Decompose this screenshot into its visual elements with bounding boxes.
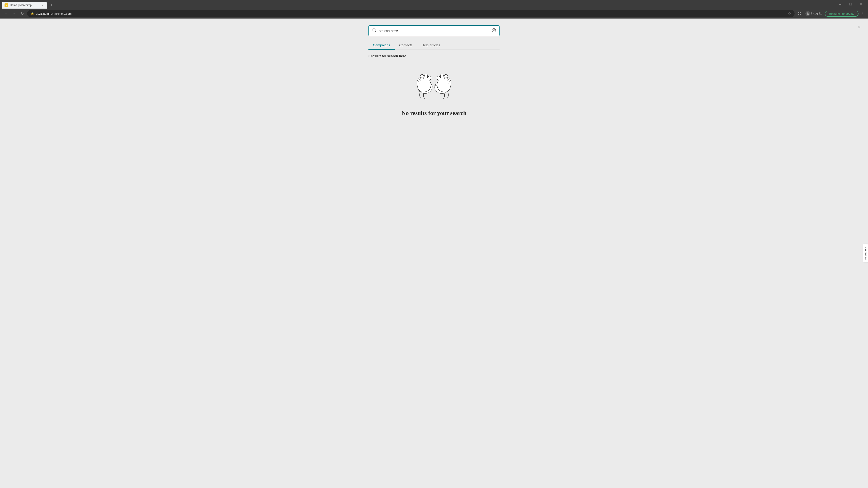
- search-container: Campaigns Contacts Help articles 0 resul…: [0, 19, 868, 117]
- modal-close-button[interactable]: ×: [855, 23, 864, 31]
- svg-point-9: [807, 14, 809, 15]
- page-content: ×: [0, 19, 868, 488]
- lock-icon: 🔒: [31, 12, 34, 15]
- feedback-label: Feedback: [864, 247, 867, 260]
- address-bar-row: ← → ↻ 🔒 us21.admin.mailchimp.com ☆: [0, 8, 868, 19]
- incognito-badge[interactable]: Incognito: [804, 10, 824, 17]
- svg-rect-3: [849, 3, 852, 5]
- address-bar[interactable]: 🔒 us21.admin.mailchimp.com ☆: [27, 10, 795, 17]
- browser-chrome: M Home | Mailchimp ✕ + ✕ ← → ↻: [0, 0, 868, 19]
- minimize-button[interactable]: [835, 0, 845, 8]
- relaunch-button[interactable]: Relaunch to update: [825, 11, 859, 17]
- close-window-button[interactable]: ✕: [856, 0, 866, 8]
- tab-campaigns[interactable]: Campaigns: [368, 41, 395, 50]
- close-icon: ×: [858, 24, 861, 30]
- results-prefix: results for: [370, 54, 387, 58]
- svg-point-8: [807, 12, 809, 14]
- reload-button[interactable]: ↻: [19, 10, 25, 17]
- svg-rect-5: [800, 12, 801, 13]
- incognito-icon: [805, 11, 810, 16]
- empty-state-illustration: [407, 67, 461, 103]
- svg-rect-6: [798, 14, 799, 15]
- empty-state-title: No results for your search: [402, 110, 467, 117]
- back-button[interactable]: ←: [3, 10, 9, 17]
- browser-actions: Incognito Relaunch to update ⋮: [796, 10, 865, 17]
- active-tab[interactable]: M Home | Mailchimp ✕: [2, 2, 47, 8]
- tab-contacts[interactable]: Contacts: [395, 41, 417, 50]
- search-input-wrapper: [368, 25, 500, 36]
- menu-button[interactable]: ⋮: [860, 10, 865, 17]
- extensions-button[interactable]: [796, 10, 803, 17]
- maximize-button[interactable]: [845, 0, 856, 8]
- incognito-label: Incognito: [811, 12, 822, 15]
- results-query: search here: [387, 54, 406, 58]
- svg-text:M: M: [6, 4, 7, 6]
- tab-title: Home | Mailchimp: [10, 4, 39, 7]
- forward-button[interactable]: →: [11, 10, 17, 17]
- search-icon: [372, 28, 377, 34]
- search-tabs: Campaigns Contacts Help articles: [368, 41, 500, 50]
- search-clear-button[interactable]: [492, 28, 496, 33]
- results-summary: 0 results for search here: [368, 54, 500, 58]
- svg-rect-7: [800, 14, 801, 15]
- tab-favicon: M: [4, 3, 8, 7]
- svg-line-11: [375, 31, 376, 32]
- feedback-button[interactable]: Feedback: [863, 244, 868, 262]
- tab-close-button[interactable]: ✕: [41, 3, 44, 7]
- svg-rect-4: [798, 12, 799, 13]
- empty-state: No results for your search: [402, 67, 467, 117]
- window-controls: ✕: [835, 0, 866, 8]
- new-tab-button[interactable]: +: [49, 2, 55, 8]
- bookmark-icon[interactable]: ☆: [788, 11, 791, 16]
- search-box: [368, 25, 500, 36]
- search-input[interactable]: [379, 29, 490, 33]
- url-text: us21.admin.mailchimp.com: [36, 12, 786, 15]
- tab-help-articles[interactable]: Help articles: [417, 41, 445, 50]
